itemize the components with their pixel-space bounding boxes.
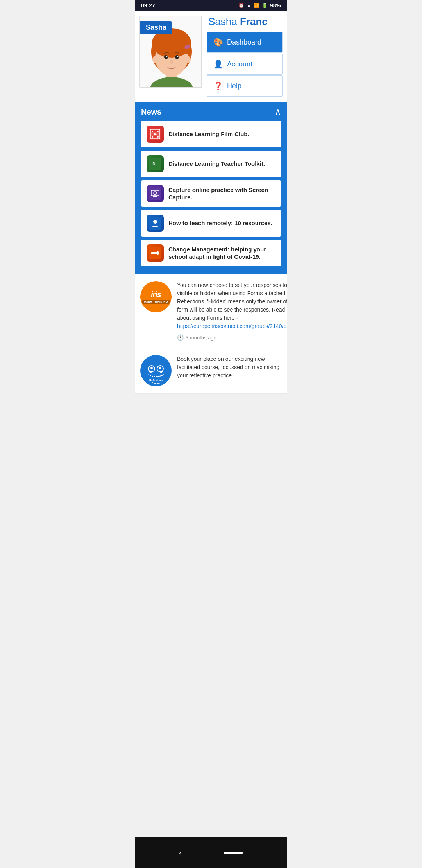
- iris-logo-subtitle: USER TRAINING: [142, 300, 170, 304]
- feed-item-iris-time: 🕐 3 months ago: [177, 334, 287, 341]
- iris-logo-text: iris: [151, 290, 161, 299]
- battery-level: 98%: [270, 2, 281, 9]
- status-time: 09:27: [141, 2, 155, 9]
- news-item-film[interactable]: Distance Learning Film Club.: [141, 121, 281, 147]
- news-header: News ∧: [141, 107, 281, 117]
- account-icon: 👤: [213, 59, 223, 69]
- feed-item-iris-timeago: 3 months ago: [186, 335, 216, 341]
- svg-point-10: [177, 56, 179, 57]
- avatar-name-badge: Sasha: [140, 21, 172, 34]
- svg-point-17: [157, 131, 159, 132]
- svg-point-36: [159, 367, 161, 369]
- svg-point-12: [185, 56, 191, 63]
- profile-last-name: Franc: [240, 16, 268, 27]
- clock-icon: 🕐: [177, 334, 184, 341]
- news-icon-resources: [147, 215, 164, 232]
- news-icon-change: [147, 244, 164, 262]
- help-icon: ❓: [213, 81, 223, 91]
- news-icon-toolkit: DL: [147, 155, 164, 172]
- news-item-capture-text: Capture online practice with Screen Capt…: [168, 186, 275, 201]
- feed-item-iris: iris USER TRAINING You can now choose to…: [135, 274, 287, 348]
- alarm-icon: ⏰: [238, 3, 244, 8]
- svg-point-34: [150, 367, 153, 369]
- svg-point-28: [153, 220, 157, 224]
- profile-menu: Sasha Franc 🎨 Dashboard 👤 Account ❓ Help: [207, 16, 283, 97]
- svg-point-9: [166, 56, 168, 57]
- profile-name: Sasha Franc: [207, 16, 283, 28]
- profile-section: Sasha: [135, 11, 287, 102]
- profile-first-name: Sasha: [208, 16, 240, 27]
- avatar-container: Sasha: [139, 16, 202, 88]
- signal-icon: 📶: [254, 3, 259, 8]
- svg-point-7: [164, 55, 168, 59]
- help-menu-item[interactable]: ❓ Help: [207, 75, 283, 97]
- svg-point-11: [152, 56, 158, 63]
- news-title: News: [141, 108, 161, 117]
- svg-text:Reflection: Reflection: [149, 379, 163, 382]
- news-item-resources[interactable]: How to teach remotely: 10 resources.: [141, 210, 281, 237]
- wifi-icon: ▲: [247, 3, 251, 8]
- news-icon-film: [147, 126, 164, 143]
- feed-item-iris-link[interactable]: https://europe.irisconnect.com/groups/21…: [177, 323, 287, 329]
- status-icons: ⏰ ▲ 📶 🔋 98%: [238, 2, 281, 9]
- feed-logo-reflections: Reflection Cycles: [140, 355, 172, 386]
- svg-point-16: [152, 131, 153, 132]
- battery-icon: 🔋: [262, 3, 268, 8]
- status-bar: 09:27 ⏰ ▲ 📶 🔋 98%: [135, 0, 287, 11]
- dashboard-menu-item[interactable]: 🎨 Dashboard: [207, 32, 283, 53]
- feed-item-iris-content: You can now choose to set your responses…: [177, 281, 287, 341]
- svg-point-19: [157, 136, 159, 138]
- news-item-film-text: Distance Learning Film Club.: [168, 130, 249, 138]
- account-label: Account: [227, 60, 252, 68]
- account-menu-item[interactable]: 👤 Account: [207, 54, 283, 75]
- feed-item-reflections: Reflection Cycles Book your place on our…: [135, 348, 287, 394]
- news-item-toolkit-text: Distance Learning Teacher Toolkit.: [168, 160, 265, 168]
- svg-rect-23: [149, 187, 161, 200]
- svg-point-18: [152, 136, 153, 138]
- news-icon-capture: [147, 185, 164, 202]
- feed-section: iris USER TRAINING You can now choose to…: [135, 274, 287, 394]
- news-item-change-text: Change Management: helping your school a…: [168, 246, 275, 261]
- svg-point-8: [175, 55, 179, 59]
- svg-text:Cycles: Cycles: [152, 382, 161, 384]
- news-item-toolkit[interactable]: DL Distance Learning Teacher Toolkit.: [141, 151, 281, 177]
- feed-item-reflections-content: Book your place on our exciting new faci…: [177, 355, 282, 386]
- news-item-change[interactable]: Change Management: helping your school a…: [141, 240, 281, 266]
- dashboard-label: Dashboard: [227, 38, 261, 47]
- news-item-resources-text: How to teach remotely: 10 resources.: [168, 219, 272, 227]
- news-section: News ∧ Distance Learning Film Club. DL D…: [135, 102, 287, 274]
- news-collapse-icon[interactable]: ∧: [275, 107, 281, 117]
- news-item-capture[interactable]: Capture online practice with Screen Capt…: [141, 180, 281, 207]
- reflections-logo-svg: Reflection Cycles: [142, 357, 170, 384]
- help-label: Help: [227, 82, 241, 90]
- feed-logo-iris: iris USER TRAINING: [140, 281, 172, 312]
- feed-item-iris-text: You can now choose to set your responses…: [177, 281, 287, 330]
- svg-text:DL: DL: [152, 162, 157, 166]
- feed-item-reflections-text: Book your place on our exciting new faci…: [177, 355, 282, 380]
- svg-rect-25: [153, 196, 157, 197]
- dashboard-icon: 🎨: [213, 38, 223, 47]
